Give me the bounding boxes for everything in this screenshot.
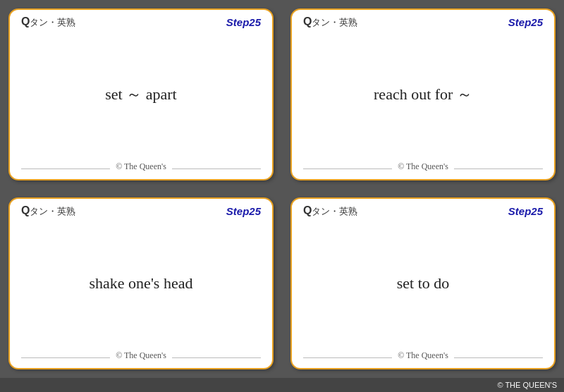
flashcard-3: Qタン・英熟 Step25 shake one's head © The Que…	[8, 197, 274, 369]
phrase-2: reach out for ～	[374, 84, 472, 105]
q-mark-1: Q	[21, 16, 30, 27]
bottom-credit: © THE QUEEN'S	[497, 381, 557, 389]
footer-copyright-2: © The Queen's	[392, 161, 454, 172]
card-label-3: Qタン・英熟	[21, 204, 75, 218]
phrase-3: shake one's head	[90, 274, 193, 293]
card-footer-2: © The Queen's	[292, 157, 554, 179]
card-label-4: Qタン・英熟	[303, 204, 357, 218]
card-footer-4: © The Queen's	[292, 346, 554, 368]
cards-grid: Qタン・英熟 Step25 set ～ apart © The Queen's …	[0, 0, 564, 378]
flashcard-4: Qタン・英熟 Step25 set to do © The Queen's	[290, 197, 556, 369]
q-mark-4: Q	[303, 204, 312, 216]
card-header-2: Qタン・英熟 Step25	[292, 10, 554, 32]
card-wrapper-3: Qタン・英熟 Step25 shake one's head © The Que…	[0, 189, 282, 378]
card-header-1: Qタン・英熟 Step25	[10, 10, 272, 32]
phrase-1: set ～ apart	[105, 84, 176, 105]
q-mark-3: Q	[21, 204, 30, 216]
footer-copyright-1: © The Queen's	[110, 161, 172, 172]
subject-label-1: タン・英熟	[30, 17, 75, 27]
card-body-1: set ～ apart	[10, 32, 272, 157]
card-header-3: Qタン・英熟 Step25	[10, 199, 272, 221]
step-label-2: Step25	[508, 16, 543, 28]
flashcard-1: Qタン・英熟 Step25 set ～ apart © The Queen's	[8, 8, 274, 180]
card-body-3: shake one's head	[10, 221, 272, 346]
card-wrapper-2: Qタン・英熟 Step25 reach out for ～ © The Quee…	[282, 0, 564, 189]
step-label-4: Step25	[508, 205, 543, 217]
card-footer-1: © The Queen's	[10, 157, 272, 179]
q-mark-2: Q	[303, 16, 312, 27]
card-body-2: reach out for ～	[292, 32, 554, 157]
card-body-4: set to do	[292, 221, 554, 346]
subject-label-3: タン・英熟	[30, 206, 75, 216]
card-footer-3: © The Queen's	[10, 346, 272, 368]
subject-label-2: タン・英熟	[312, 17, 357, 27]
card-wrapper-4: Qタン・英熟 Step25 set to do © The Queen's	[282, 189, 564, 378]
footer-copyright-3: © The Queen's	[110, 350, 172, 361]
card-header-4: Qタン・英熟 Step25	[292, 199, 554, 221]
subject-label-4: タン・英熟	[312, 206, 357, 216]
status-bar: © THE QUEEN'S	[0, 378, 564, 392]
step-label-1: Step25	[226, 16, 261, 28]
card-wrapper-1: Qタン・英熟 Step25 set ～ apart © The Queen's	[0, 0, 282, 189]
card-label-2: Qタン・英熟	[303, 16, 357, 29]
phrase-4: set to do	[397, 274, 450, 293]
card-label-1: Qタン・英熟	[21, 16, 75, 29]
footer-copyright-4: © The Queen's	[392, 350, 454, 361]
step-label-3: Step25	[226, 205, 261, 217]
flashcard-2: Qタン・英熟 Step25 reach out for ～ © The Quee…	[290, 8, 556, 180]
main-container: Qタン・英熟 Step25 set ～ apart © The Queen's …	[0, 0, 564, 392]
